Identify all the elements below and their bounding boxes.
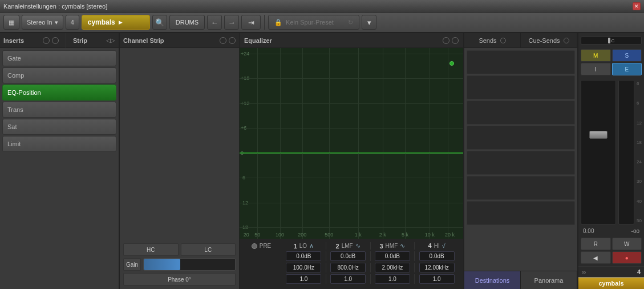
send-slot-5[interactable]: [467, 151, 575, 175]
nav-right-icon: →: [228, 18, 236, 27]
eq-circle-2[interactable]: [452, 37, 459, 44]
eq-band-1-gain-field[interactable]: 0.0dB: [286, 251, 321, 261]
preset-dropdown-button[interactable]: ▾: [362, 15, 376, 30]
eq-display[interactable]: +24 +18 +12 +6 0 -6 -12 -18: [240, 48, 463, 239]
solo-button[interactable]: S: [612, 49, 642, 62]
eq-band-1-freq-field[interactable]: 100.0Hz: [286, 263, 321, 272]
cs-hc-button[interactable]: HC: [123, 243, 179, 256]
eq-band-3-freq-field[interactable]: 2.00kHz: [375, 263, 410, 272]
eq-band-4-gain-field[interactable]: 0.0dB: [419, 251, 455, 261]
cs-hc-lc-row: HC LC: [123, 243, 236, 256]
write-button[interactable]: W: [612, 238, 642, 250]
sends-circle[interactable]: [500, 38, 506, 43]
eq-band-3-freq-col: 2.00kHz: [370, 263, 415, 272]
close-button[interactable]: ✕: [633, 2, 641, 10]
send-slot-6[interactable]: [467, 176, 575, 200]
channel-icon: ▦: [9, 19, 14, 26]
fader-c-label: C: [611, 38, 615, 43]
fader-meter-top: C: [581, 37, 642, 45]
eq-band-2-q-field[interactable]: 1.0: [330, 274, 366, 284]
cs-gain-slider[interactable]: [143, 258, 236, 271]
fader-meter-area: [618, 80, 634, 224]
eq-pre-label: PRE: [260, 243, 272, 249]
send-slot-7[interactable]: [467, 201, 575, 225]
fader-level-db: -oo: [631, 228, 639, 234]
channel-num-btn[interactable]: 4: [66, 15, 79, 30]
eq-header: Equalizer: [240, 33, 463, 48]
inserts-circle-1[interactable]: [43, 37, 50, 44]
channel-icon-button[interactable]: ▦: [3, 15, 19, 30]
eq-band-3-gain-col: 0.0dB: [370, 251, 415, 261]
fader-level-value: 0.00: [583, 228, 594, 234]
eq-q-fields: 1.0 1.0 1.0 1.0: [282, 274, 459, 284]
fader-top-controls: C: [578, 33, 644, 47]
insert-item-comp[interactable]: Comp: [2, 67, 116, 83]
eq-band-2-q-col: 1.0: [326, 274, 370, 284]
eq-circle-1[interactable]: [443, 37, 449, 44]
channel-strip-title: Channel Strip: [123, 37, 164, 44]
eq-band-4-freq-field[interactable]: 12.00kHz: [419, 263, 455, 272]
nav-right-button[interactable]: →: [224, 15, 239, 30]
channel-name-arrow: ▸: [119, 18, 122, 26]
cs-phase-button[interactable]: Phase 0°: [123, 273, 236, 286]
eq-band-4-q-field[interactable]: 1.0: [419, 274, 455, 284]
preset-dropdown-icon: ▾: [367, 18, 371, 27]
titlebar: Kanaleinstellungen : cymbals [stereo] ✕: [0, 0, 644, 13]
channel-name-display[interactable]: cymbals ▸: [82, 15, 150, 30]
fader-group-num: 4: [637, 268, 641, 275]
read-button[interactable]: R: [581, 238, 611, 250]
strip-arrows[interactable]: ◁▷: [106, 37, 115, 43]
eq-title: Equalizer: [244, 37, 272, 44]
speaker-button[interactable]: ◀: [581, 251, 611, 264]
eq-band-2-freq-field[interactable]: 800.0Hz: [330, 263, 366, 272]
right-panel: Sends Cue-Sends Destinations Panorama: [464, 33, 578, 289]
eq-band-3-header-row: 3 HMF ∿: [373, 242, 412, 250]
send-slot-2[interactable]: [467, 75, 575, 99]
sends-tab[interactable]: Sends: [464, 33, 521, 47]
search-button[interactable]: 🔍: [152, 15, 167, 30]
panorama-button[interactable]: Panorama: [521, 271, 577, 289]
export-button[interactable]: ⇥: [241, 15, 261, 30]
insert-item-eq-position[interactable]: EQ-Position: [2, 85, 116, 101]
eq-band-3-q-field[interactable]: 1.0: [375, 274, 410, 284]
listen-button[interactable]: I: [581, 63, 611, 75]
middle-section: Channel Strip HC LC: [120, 33, 463, 289]
fader-panel: C M S I E: [578, 33, 644, 289]
fader-link-icon[interactable]: ∞: [582, 269, 586, 275]
eq-bottom-controls: PRE 1 LO ∧: [240, 239, 463, 289]
cs-lc-button[interactable]: LC: [181, 243, 236, 256]
drums-selector[interactable]: DRUMS: [169, 15, 205, 30]
fader-group-row: ∞ 4: [578, 266, 644, 277]
rec-button[interactable]: ●: [612, 251, 642, 264]
insert-item-trans[interactable]: Trans: [2, 102, 116, 118]
send-slot-1[interactable]: [467, 50, 575, 74]
main-layout: Inserts Strip ◁▷ Gate Comp EQ-Position T…: [0, 33, 644, 289]
inserts-circle-2[interactable]: [52, 37, 59, 44]
nav-left-button[interactable]: ←: [207, 15, 222, 30]
preset-refresh-icon: ↻: [348, 19, 353, 26]
eq-band-2-gain-field[interactable]: 0.0dB: [330, 251, 366, 261]
edit-button[interactable]: E: [612, 63, 642, 75]
insert-item-sat[interactable]: Sat: [2, 119, 116, 135]
cue-sends-circle[interactable]: [564, 38, 569, 43]
cs-circle-2[interactable]: [229, 37, 236, 44]
eq-pre-dot[interactable]: [252, 243, 257, 249]
sends-bottom: Destinations Panorama: [464, 271, 577, 289]
fader-thumb[interactable]: [589, 131, 607, 139]
eq-band-1-q-field[interactable]: 1.0: [286, 274, 321, 284]
stereo-in-selector[interactable]: Stereo In ▾: [22, 15, 63, 30]
insert-items-list: Gate Comp EQ-Position Trans Sat Limit: [0, 48, 119, 289]
preset-selector[interactable]: 🔒 Kein Spur-Preset ↻: [268, 15, 359, 30]
eq-band-3-gain-field[interactable]: 0.0dB: [375, 251, 410, 261]
cue-sends-tab[interactable]: Cue-Sends: [521, 33, 577, 47]
cs-circle-1[interactable]: [220, 37, 226, 44]
insert-item-gate[interactable]: Gate: [2, 50, 116, 66]
mute-button[interactable]: M: [581, 49, 611, 62]
destinations-button[interactable]: Destinations: [464, 271, 521, 289]
cs-gain-label: Gain: [123, 258, 141, 271]
send-slot-4[interactable]: [467, 126, 575, 150]
send-slot-3[interactable]: [467, 101, 575, 125]
fader-track[interactable]: [581, 80, 616, 224]
insert-item-limit[interactable]: Limit: [2, 136, 116, 152]
cs-gain-fill: [144, 259, 180, 270]
